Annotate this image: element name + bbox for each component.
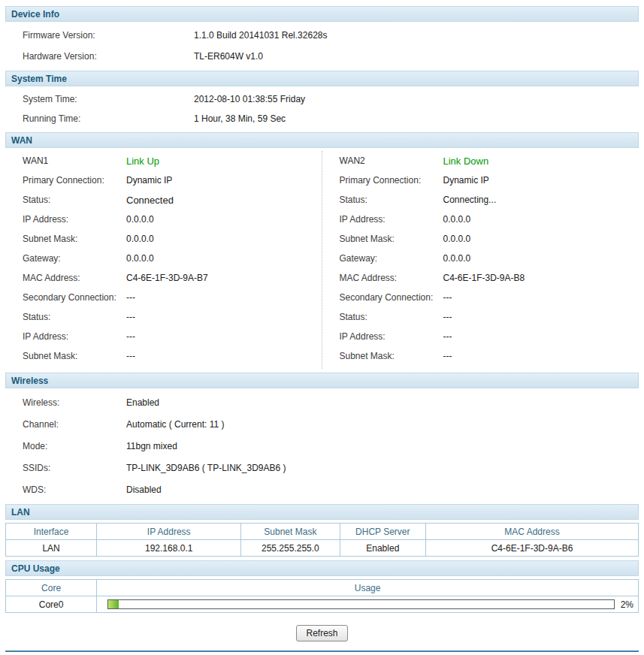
field-value: 0.0.0.0 — [443, 253, 471, 264]
field-label: Gateway: — [23, 253, 126, 264]
field-label: System Time: — [23, 94, 194, 104]
field-label: IP Address: — [340, 331, 443, 342]
field-label: Secondary Connection: — [340, 292, 443, 303]
wan-row: Subnet Mask: --- — [322, 346, 639, 366]
field-value: 0.0.0.0 — [126, 253, 154, 264]
wireless-row: Wireless: Enabled — [5, 391, 639, 413]
field-value: TL-ER604W v1.0 — [194, 51, 263, 62]
field-label: Firmware Version: — [23, 30, 194, 41]
system-time-row: System Time: 2012-08-10 01:38:55 Friday — [5, 89, 639, 109]
router-status-page: Device Info Firmware Version: 1.1.0 Buil… — [0, 0, 644, 652]
wan-row: MAC Address: C4-6E-1F-3D-9A-B8 — [322, 268, 639, 288]
section-title: CPU Usage — [11, 563, 60, 574]
field-label: MAC Address: — [23, 273, 126, 283]
lan-header-interface: Interface — [6, 524, 97, 540]
lan-cell-interface: LAN — [6, 540, 97, 557]
lan-header-mac: MAC Address — [426, 524, 639, 540]
section-device-info: Device Info Firmware Version: 1.1.0 Buil… — [5, 6, 639, 67]
field-label: MAC Address: — [340, 273, 443, 283]
wan-row: Secondary Connection: --- — [322, 288, 639, 307]
field-value: 0.0.0.0 — [126, 214, 154, 225]
lan-table-row: LAN 192.168.0.1 255.255.255.0 Enabled C4… — [6, 540, 639, 557]
device-info-row: Firmware Version: 1.1.0 Build 20141031 R… — [5, 25, 639, 46]
cpu-usage-widget: 2% — [101, 599, 633, 610]
wan-row: Status: Connected — [5, 190, 322, 210]
wan-row: Secondary Connection: --- — [5, 288, 322, 307]
field-label: Wireless: — [23, 397, 126, 408]
field-label: Running Time: — [23, 113, 194, 124]
wan-row: Subnet Mask: 0.0.0.0 — [5, 229, 322, 249]
cpu-table-header-row: Core Usage — [6, 580, 639, 596]
section-header-system-time: System Time — [5, 71, 639, 86]
field-label: IP Address: — [23, 331, 126, 342]
wireless-row: Mode: 11bgn mixed — [5, 435, 639, 457]
wan-row: Gateway: 0.0.0.0 — [322, 249, 639, 268]
wan-link-status: Link Up — [126, 155, 159, 167]
field-label: Status: — [23, 195, 126, 205]
cpu-usage-bar — [107, 599, 614, 609]
wan-row: Gateway: 0.0.0.0 — [5, 249, 322, 268]
wan-name: WAN2 — [340, 155, 443, 166]
section-wan: WAN WAN1 Link Up Primary Connection: Dyn… — [5, 132, 639, 369]
field-label: IP Address: — [340, 214, 443, 225]
field-label: Hardware Version: — [23, 51, 194, 62]
field-value: --- — [443, 312, 452, 322]
wan-row: Subnet Mask: --- — [5, 346, 322, 366]
section-title: Wireless — [11, 376, 48, 386]
field-label: Gateway: — [340, 253, 443, 264]
wireless-row: WDS: Disabled — [5, 478, 639, 500]
lan-table-header-row: Interface IP Address Subnet Mask DHCP Se… — [6, 524, 639, 540]
field-label: SSIDs: — [23, 463, 126, 473]
cpu-usage-value: 2% — [621, 599, 633, 610]
footer-divider — [5, 650, 639, 652]
field-value: Connecting... — [443, 195, 497, 205]
field-value: TP-LINK_3D9AB6 ( TP-LINK_3D9AB6 ) — [126, 463, 286, 473]
wan-row: Status: --- — [5, 307, 322, 327]
field-value: 0.0.0.0 — [443, 234, 471, 244]
field-label: Subnet Mask: — [340, 234, 443, 244]
field-label: Subnet Mask: — [23, 351, 126, 361]
device-info-row: Hardware Version: TL-ER604W v1.0 — [5, 46, 639, 67]
field-value: --- — [126, 331, 135, 342]
wan-row: IP Address: 0.0.0.0 — [322, 210, 639, 229]
lan-cell-mac: C4-6E-1F-3D-9A-B6 — [426, 540, 639, 557]
cpu-table: Core Usage Core0 2% — [5, 579, 639, 613]
wan-row: Status: Connecting... — [322, 190, 639, 210]
section-wireless: Wireless Wireless: Enabled Channel: Auto… — [5, 373, 639, 500]
wan-row: IP Address: --- — [322, 327, 639, 346]
lan-cell-dhcp: Enabled — [340, 540, 426, 557]
field-value: --- — [126, 351, 135, 361]
section-system-time: System Time System Time: 2012-08-10 01:3… — [5, 71, 639, 128]
lan-table: Interface IP Address Subnet Mask DHCP Se… — [5, 523, 639, 557]
field-value: Enabled — [126, 397, 159, 408]
section-title: Device Info — [11, 9, 59, 20]
section-header-cpu-usage: CPU Usage — [5, 560, 639, 576]
field-value: --- — [443, 292, 452, 303]
field-label: Subnet Mask: — [340, 351, 443, 361]
cpu-header-core: Core — [6, 580, 97, 596]
lan-header-mask: Subnet Mask — [241, 524, 340, 540]
field-label: Status: — [340, 312, 443, 322]
field-value: Automatic ( Current: 11 ) — [126, 419, 225, 430]
section-header-lan: LAN — [5, 504, 639, 520]
section-cpu-usage: CPU Usage Core Usage Core0 — [5, 560, 639, 613]
field-value: Dynamic IP — [443, 175, 489, 186]
wan-row: Primary Connection: Dynamic IP — [5, 171, 322, 190]
field-value: C4-6E-1F-3D-9A-B7 — [126, 273, 208, 283]
field-label: Primary Connection: — [23, 175, 126, 186]
field-value: --- — [443, 331, 452, 342]
field-label: Status: — [340, 195, 443, 205]
field-label: Primary Connection: — [340, 175, 443, 186]
section-title: WAN — [11, 135, 32, 146]
wan-columns: WAN1 Link Up Primary Connection: Dynamic… — [5, 151, 639, 369]
refresh-button[interactable]: Refresh — [296, 625, 347, 641]
lan-cell-mask: 255.255.255.0 — [241, 540, 340, 557]
section-header-wan: WAN — [5, 132, 639, 148]
wireless-row: Channel: Automatic ( Current: 11 ) — [5, 413, 639, 435]
field-value: 0.0.0.0 — [443, 214, 471, 225]
section-lan: LAN Interface IP Address Subnet Mask DHC… — [5, 504, 639, 557]
field-value: 0.0.0.0 — [126, 234, 154, 244]
wan-link-status: Link Down — [443, 155, 489, 167]
field-label: WDS: — [23, 484, 126, 495]
section-title: LAN — [11, 507, 30, 518]
